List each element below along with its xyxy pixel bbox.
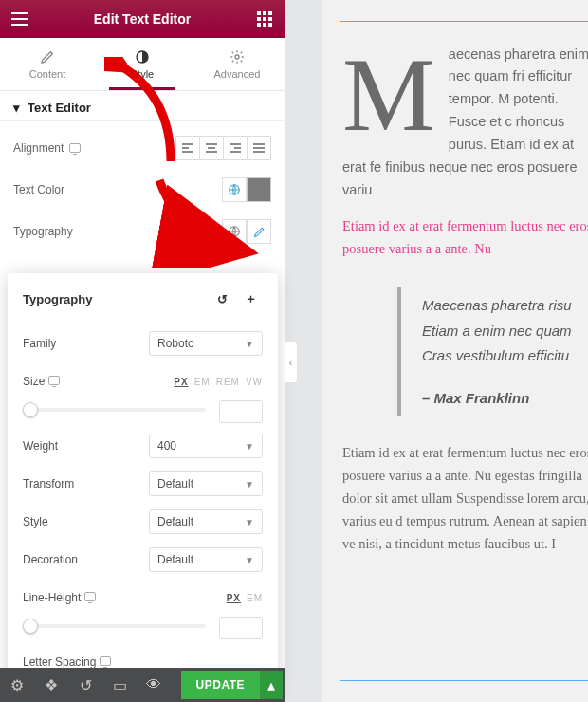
svg-rect-3: [257, 17, 261, 21]
size-input[interactable]: [219, 400, 263, 423]
panel-footer: ⚙ ❖ ↺ ▭ 👁 UPDATE ▴: [0, 668, 285, 702]
panel-header: Edit Text Editor: [0, 0, 285, 38]
lineheight-input[interactable]: [219, 617, 263, 639]
tab-advanced[interactable]: Advanced: [190, 38, 285, 90]
size-label: Size: [23, 375, 45, 388]
apps-icon[interactable]: [248, 3, 281, 35]
lh-units[interactable]: PXEM: [227, 593, 263, 603]
svg-rect-7: [263, 23, 266, 27]
responsive-icon[interactable]: [84, 592, 96, 601]
tab-label: Content: [29, 68, 66, 80]
tab-style[interactable]: Style: [95, 38, 190, 90]
alignment-buttons: [175, 136, 271, 160]
svg-rect-0: [257, 11, 261, 15]
weight-label: Weight: [23, 439, 58, 453]
size-slider[interactable]: [23, 400, 263, 417]
svg-rect-4: [263, 17, 266, 21]
popover-title: Typography: [23, 292, 92, 306]
letterspacing-label: Letter Spacing: [23, 656, 96, 669]
family-select[interactable]: Roboto▼: [149, 331, 263, 356]
global-color-button[interactable]: [222, 177, 247, 202]
global-typography-button[interactable]: [222, 219, 247, 244]
typography-popover: Typography ↺ ＋ Family Roboto▼ Size PXEMR…: [8, 273, 278, 691]
align-left-button[interactable]: [175, 136, 200, 160]
quote-author: – Max Franklinn: [422, 386, 588, 411]
responsive-icon[interactable]: [48, 376, 60, 385]
navigator-icon[interactable]: ❖: [34, 668, 68, 702]
textcolor-label: Text Color: [13, 183, 64, 196]
lineheight-label: Line-Height: [23, 591, 81, 604]
chevron-down-icon: ▼: [245, 517, 254, 527]
dropcap: M: [342, 44, 449, 137]
update-dropdown[interactable]: ▴: [260, 671, 283, 699]
svg-rect-8: [268, 23, 272, 27]
section-title: Text Editor: [28, 101, 91, 115]
caret-down-icon: ▾: [13, 101, 20, 115]
align-center-button[interactable]: [199, 136, 224, 160]
svg-rect-6: [257, 23, 261, 27]
blockquote: Maecenas pharetra risu Etiam a enim nec …: [397, 287, 588, 416]
responsive-icon[interactable]: [100, 656, 111, 666]
panel-title: Edit Text Editor: [94, 11, 191, 27]
color-swatch[interactable]: [247, 177, 271, 202]
menu-icon[interactable]: [4, 3, 36, 35]
weight-select[interactable]: 400▼: [149, 434, 263, 458]
chevron-down-icon: ▼: [245, 555, 254, 565]
typography-label: Typography: [13, 225, 73, 238]
quote-text: Maecenas pharetra risu Etiam a enim nec …: [422, 297, 572, 363]
transform-label: Transform: [23, 477, 74, 490]
controls: Alignment Text Color Typography: [0, 121, 285, 252]
reset-button[interactable]: ↺: [210, 286, 234, 311]
section-header[interactable]: ▾ Text Editor: [0, 91, 285, 121]
add-button[interactable]: ＋: [238, 286, 263, 311]
settings-icon[interactable]: ⚙: [0, 668, 34, 702]
control-alignment: Alignment: [13, 127, 271, 169]
editor-panel: Edit Text Editor Content Style Advanced …: [0, 0, 285, 702]
transform-select[interactable]: Default▼: [149, 471, 263, 496]
style-label: Style: [23, 515, 48, 528]
paragraph: Maecenas pharetra enim nec quam fri effi…: [342, 44, 588, 202]
align-justify-button[interactable]: [247, 136, 271, 160]
control-text-color: Text Color: [13, 169, 271, 211]
alignment-label: Alignment: [13, 141, 64, 155]
text-editor-widget[interactable]: Maecenas pharetra enim nec quam fri effi…: [340, 21, 588, 681]
control-typography: Typography: [13, 211, 271, 252]
preview-canvas: Maecenas pharetra enim nec quam fri effi…: [322, 0, 588, 702]
lineheight-slider[interactable]: [23, 617, 263, 634]
style-select[interactable]: Default▼: [149, 509, 263, 534]
chevron-down-icon: ▼: [245, 339, 254, 349]
family-label: Family: [23, 337, 56, 350]
svg-rect-2: [268, 11, 272, 15]
decoration-label: Decoration: [23, 553, 78, 566]
chevron-down-icon: ▼: [245, 441, 254, 452]
responsive-icon[interactable]: [69, 143, 81, 153]
tab-label: Style: [131, 68, 154, 80]
svg-rect-1: [263, 11, 266, 15]
align-right-button[interactable]: [223, 136, 248, 160]
edit-typography-button[interactable]: [247, 219, 271, 244]
tabs: Content Style Advanced: [0, 38, 285, 91]
size-units[interactable]: PXEMREMVW: [174, 377, 263, 387]
preview-icon[interactable]: 👁: [137, 668, 171, 702]
collapse-handle[interactable]: ‹: [285, 342, 298, 383]
svg-rect-5: [268, 17, 272, 21]
paragraph: Etiam id ex at erat fermentum luctus nec…: [342, 442, 588, 556]
paragraph-highlight: Etiam id ex at erat fermentum luctus nec…: [342, 215, 588, 261]
tab-label: Advanced: [214, 68, 261, 80]
decoration-select[interactable]: Default▼: [149, 547, 263, 572]
history-icon[interactable]: ↺: [68, 668, 102, 702]
tab-content[interactable]: Content: [0, 38, 95, 90]
responsive-mode-icon[interactable]: ▭: [102, 668, 137, 702]
chevron-down-icon: ▼: [245, 479, 254, 490]
update-button[interactable]: UPDATE: [181, 671, 260, 699]
svg-point-10: [235, 55, 239, 59]
